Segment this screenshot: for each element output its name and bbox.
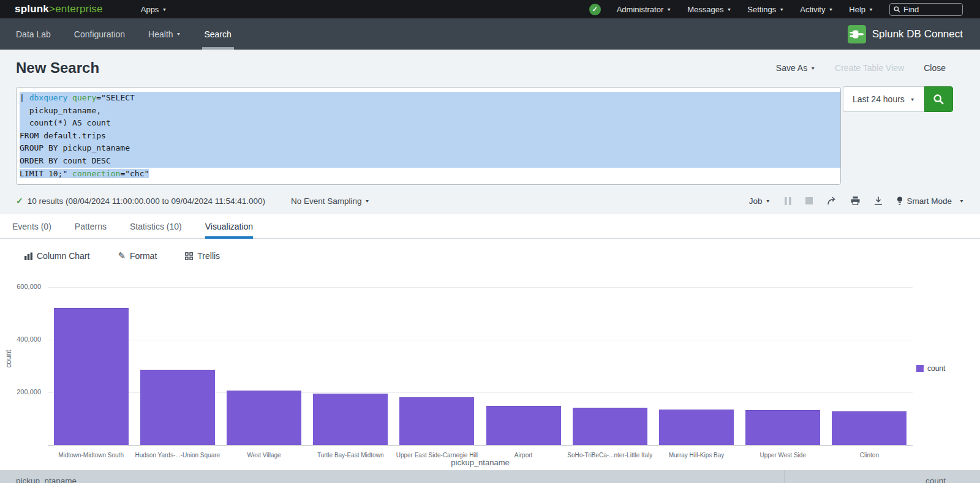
search-query-input[interactable]: | dbxquery query="SELECT pickup_ntaname,… — [16, 87, 841, 185]
save-as-button[interactable]: Save As▼ — [776, 63, 815, 73]
create-table-view-button: Create Table View — [835, 63, 904, 73]
app-nav-bar: Data Lab Configuration Health▼ Search Sp… — [0, 18, 980, 50]
column-chart: count pickup_ntaname count 200,000400,00… — [0, 272, 980, 468]
table-col-pickup-ntaname[interactable]: pickup_ntaname — [0, 470, 784, 483]
app-title-label: Splunk DB Connect — [872, 28, 963, 40]
visualization-toolbar: Column Chart ✎ Format Trellis — [0, 239, 980, 272]
logo-enterprise-text: >enterprise — [49, 3, 103, 15]
done-check-icon: ✓ — [16, 196, 23, 206]
chart-bar[interactable] — [832, 411, 907, 445]
chevron-down-icon: ▼ — [779, 7, 784, 12]
export-icon[interactable] — [874, 197, 883, 205]
column-chart-icon — [24, 252, 32, 260]
chart-legend[interactable]: count — [916, 364, 945, 373]
pause-icon[interactable] — [785, 197, 791, 205]
y-axis-tick-label: 400,000 — [0, 335, 41, 343]
nav-search[interactable]: Search — [205, 18, 232, 50]
chart-bar[interactable] — [140, 370, 215, 445]
help-menu[interactable]: Help▼ — [849, 5, 873, 14]
statistics-table-header: pickup_ntaname count — [0, 470, 980, 483]
x-axis-tick-label: Murray Hill-Kips Bay — [653, 452, 739, 459]
chevron-down-icon: ▼ — [666, 7, 671, 12]
y-axis-tick-label: 600,000 — [0, 283, 41, 290]
x-axis-tick-label: Hudson Yards-...-Union Square — [134, 452, 221, 459]
find-search-box[interactable] — [889, 3, 963, 16]
query-line: ORDER BY count DESC — [20, 155, 840, 168]
gridline — [48, 340, 913, 340]
chevron-down-icon: ▼ — [162, 7, 167, 12]
tab-visualization[interactable]: Visualization — [205, 214, 253, 238]
tab-events[interactable]: Events (0) — [12, 214, 51, 238]
chart-bar[interactable] — [745, 410, 820, 445]
query-line: GROUP BY pickup_ntaname — [20, 142, 840, 155]
query-line: | dbxquery query="SELECT — [20, 92, 840, 105]
splunk-logo[interactable]: splunk>enterprise — [15, 3, 103, 15]
chevron-down-icon: ▼ — [365, 198, 370, 203]
page-title: New Search — [16, 59, 99, 77]
chart-bar[interactable] — [227, 391, 301, 445]
run-search-button[interactable] — [924, 86, 953, 112]
stop-icon[interactable] — [805, 197, 813, 204]
y-axis-tick-label: 200,000 — [0, 388, 41, 395]
chart-bar[interactable] — [54, 308, 129, 445]
nav-health[interactable]: Health▼ — [148, 18, 181, 50]
search-icon — [933, 94, 944, 105]
chart-bar[interactable] — [399, 397, 474, 445]
x-axis-tick-label: Clinton — [826, 452, 913, 459]
apps-menu[interactable]: Apps▼ — [141, 5, 167, 14]
find-input[interactable] — [903, 5, 952, 14]
smart-mode-menu[interactable]: Smart Mode▼ — [897, 197, 964, 206]
x-axis-tick-label: Midtown-Midtown South — [48, 452, 134, 459]
nav-configuration[interactable]: Configuration — [74, 18, 125, 50]
chevron-down-icon: ▼ — [828, 7, 833, 12]
lightbulb-icon — [897, 197, 903, 206]
chart-bar[interactable] — [313, 394, 388, 445]
x-axis-line — [48, 445, 913, 446]
chevron-down-icon: ▼ — [959, 198, 964, 203]
close-button[interactable]: Close — [924, 63, 946, 73]
app-title[interactable]: Splunk DB Connect — [848, 25, 963, 43]
user-menu[interactable]: Administrator▼ — [617, 5, 672, 14]
job-menu[interactable]: Job▼ — [749, 197, 771, 206]
chevron-down-icon: ▼ — [810, 66, 815, 70]
check-icon: ✓ — [592, 6, 598, 13]
chevron-down-icon: ▼ — [766, 198, 771, 203]
pencil-icon: ✎ — [118, 250, 126, 261]
x-axis-tick-label: Airport — [480, 452, 567, 459]
chart-type-button[interactable]: Column Chart — [24, 251, 89, 261]
x-axis-title: pickup_ntaname — [48, 458, 913, 467]
activity-menu[interactable]: Activity▼ — [800, 5, 833, 14]
chevron-down-icon: ▼ — [910, 97, 915, 102]
logo-splunk-text: splunk — [15, 3, 49, 15]
tab-statistics[interactable]: Statistics (10) — [130, 214, 182, 238]
results-tabs: Events (0) Patterns Statistics (10) Visu… — [0, 214, 980, 239]
db-connect-plug-icon — [848, 25, 866, 43]
health-status-icon[interactable]: ✓ — [589, 4, 601, 15]
chart-bar[interactable] — [573, 408, 647, 445]
trellis-grid-icon — [185, 252, 193, 260]
settings-menu[interactable]: Settings▼ — [747, 5, 784, 14]
x-axis-tick-label: Upper West Side — [740, 452, 826, 459]
event-sampling-menu[interactable]: No Event Sampling▼ — [291, 197, 369, 206]
messages-menu[interactable]: Messages▼ — [687, 5, 731, 14]
search-icon — [894, 6, 900, 13]
x-axis-tick-label: Turtle Bay-East Midtown — [307, 452, 394, 459]
x-axis-tick-label: Upper East Side-Carnegie Hill — [394, 452, 480, 459]
share-icon[interactable] — [827, 197, 837, 205]
chart-bar[interactable] — [486, 406, 561, 445]
table-col-count[interactable]: count — [784, 470, 980, 483]
x-axis-tick-label: SoHo-TriBeCa-...nter-Little Italy — [567, 452, 653, 459]
format-button[interactable]: ✎ Format — [118, 250, 157, 261]
chevron-down-icon: ▼ — [869, 7, 873, 12]
gridline — [48, 287, 913, 288]
time-range-picker[interactable]: Last 24 hours▼ — [843, 86, 924, 112]
x-axis-tick-label: West Village — [221, 452, 307, 459]
tab-patterns[interactable]: Patterns — [75, 214, 107, 238]
trellis-button[interactable]: Trellis — [185, 251, 220, 261]
print-icon[interactable] — [851, 197, 860, 205]
search-results-bar: ✓ 10 results (08/04/2024 11:00:00.000 to… — [0, 187, 980, 214]
legend-label: count — [927, 364, 945, 373]
nav-data-lab[interactable]: Data Lab — [16, 18, 51, 50]
chevron-down-icon: ▼ — [176, 32, 181, 37]
chart-bar[interactable] — [659, 410, 734, 445]
